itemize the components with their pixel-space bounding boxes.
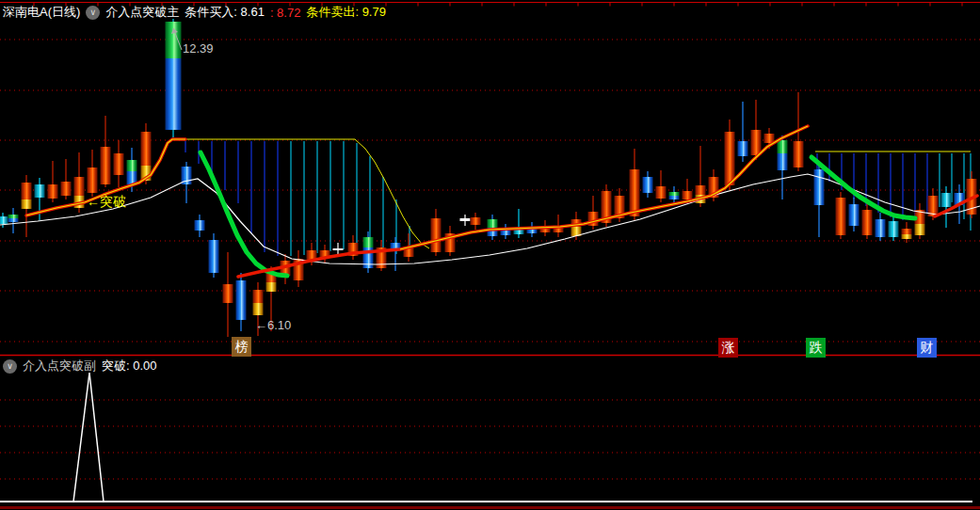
candle-body bbox=[778, 140, 788, 153]
candle-body bbox=[849, 204, 860, 226]
candle-body bbox=[941, 193, 952, 207]
green-curve bbox=[811, 157, 915, 218]
candle-body bbox=[8, 215, 19, 218]
candle-body bbox=[738, 141, 748, 156]
condition-buy-alt-value: : 8.72 bbox=[270, 6, 301, 20]
candle-body bbox=[223, 284, 233, 303]
candle-body bbox=[527, 230, 538, 233]
candle-body bbox=[669, 192, 680, 196]
candle-body bbox=[460, 218, 471, 221]
candle-body bbox=[836, 198, 846, 235]
candle-body bbox=[488, 219, 498, 228]
condition-buy-value: 条件买入: 8.61 bbox=[185, 4, 265, 21]
watermark-char: 跌 bbox=[806, 338, 826, 358]
high-price-label: 12.39 bbox=[183, 41, 214, 56]
candle-body bbox=[363, 237, 374, 247]
candle-body bbox=[862, 210, 873, 235]
candle-body bbox=[630, 169, 640, 216]
candle-body bbox=[22, 183, 32, 199]
candle-body bbox=[696, 185, 706, 195]
candle-body bbox=[814, 169, 825, 205]
candle-body bbox=[101, 147, 111, 184]
candle-body bbox=[889, 221, 899, 237]
candle-body bbox=[48, 184, 58, 199]
sub-indicator-value: 突破: 0.00 bbox=[102, 358, 157, 375]
candle-body bbox=[915, 224, 925, 235]
candle-body bbox=[669, 196, 680, 199]
candle-body bbox=[471, 217, 481, 225]
candle-body bbox=[88, 167, 98, 193]
main-indicator-name: 介入点突破主 bbox=[105, 4, 179, 21]
candle-body bbox=[643, 177, 653, 193]
sub-indicator-name: 介入点突破副 bbox=[23, 358, 96, 375]
collapse-sub-icon[interactable]: ∨ bbox=[3, 359, 17, 374]
candle-body bbox=[0, 216, 8, 224]
breakout-label: ←突破 bbox=[87, 194, 126, 211]
candle-body bbox=[166, 58, 182, 130]
collapse-main-icon[interactable]: ∨ bbox=[86, 6, 100, 20]
ladder-line bbox=[172, 139, 429, 248]
candle-body bbox=[141, 132, 152, 166]
candle-body bbox=[22, 199, 32, 209]
chart-window: 深南电A(日线) ∨ 介入点突破主 条件买入: 8.61 : 8.72 条件卖出… bbox=[0, 0, 980, 510]
candle-body bbox=[74, 177, 85, 196]
candle-body bbox=[253, 303, 264, 315]
candle-body bbox=[166, 22, 182, 58]
candle-body bbox=[656, 186, 667, 199]
candle-body bbox=[8, 218, 19, 222]
low-price-label: ←6.10 bbox=[255, 318, 291, 332]
main-panel-header: 深南电A(日线) ∨ 介入点突破主 条件买入: 8.61 : 8.72 条件卖出… bbox=[3, 4, 386, 21]
candle-body bbox=[35, 184, 45, 198]
signal-spike bbox=[73, 373, 104, 502]
candle-body bbox=[127, 160, 137, 171]
watermark-char: 涨 bbox=[718, 338, 738, 358]
candle-body bbox=[725, 132, 735, 185]
sub-panel-header: ∨ 介入点突破副 突破: 0.00 bbox=[3, 358, 157, 375]
candle-body bbox=[333, 248, 344, 250]
candle-body bbox=[431, 218, 442, 252]
watermark-char: 财 bbox=[917, 338, 937, 358]
candle-body bbox=[195, 220, 205, 231]
candle-body bbox=[902, 229, 912, 234]
candle-body bbox=[266, 282, 277, 292]
condition-sell-value: 条件卖出: 9.79 bbox=[306, 4, 386, 21]
candle-body bbox=[794, 141, 804, 167]
candle-body bbox=[683, 191, 693, 199]
candle-body bbox=[61, 182, 72, 196]
watermark-char: 榜 bbox=[232, 337, 251, 357]
candle-body bbox=[751, 130, 762, 155]
candle-body bbox=[902, 234, 912, 239]
stock-chart-canvas[interactable] bbox=[0, 0, 980, 510]
symbol-title: 深南电A(日线) bbox=[3, 4, 80, 21]
candle-body bbox=[114, 153, 124, 175]
candle-body bbox=[209, 240, 219, 273]
candle-body bbox=[253, 290, 264, 303]
candle-body bbox=[876, 219, 886, 237]
candle-body bbox=[778, 153, 788, 170]
candle-body bbox=[236, 280, 247, 320]
